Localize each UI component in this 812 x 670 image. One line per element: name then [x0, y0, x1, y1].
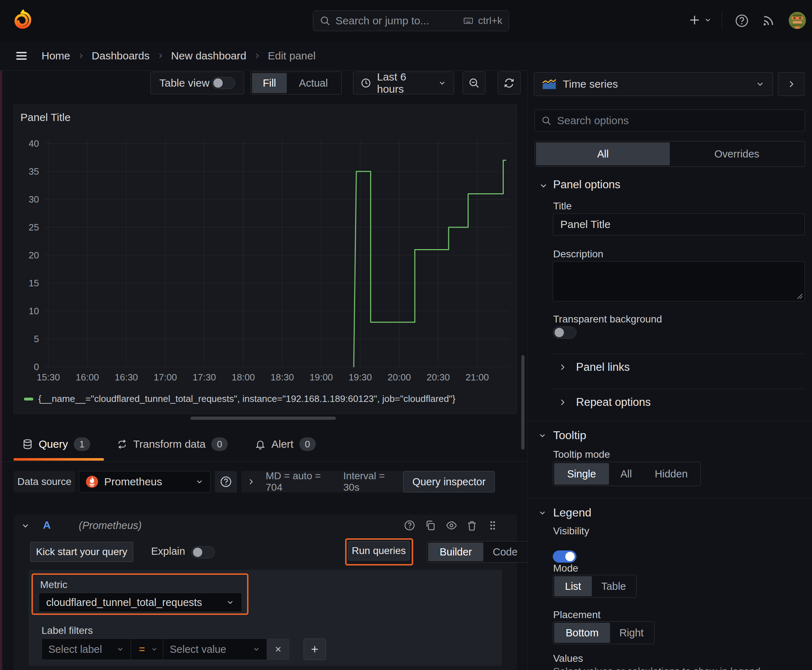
transparent-background-toggle[interactable]: [553, 327, 576, 338]
tooltip-mode-all[interactable]: All: [609, 463, 643, 485]
refresh-button[interactable]: [498, 71, 520, 95]
repeat-options-section[interactable]: Repeat options: [558, 396, 651, 409]
chevron-down-icon: [704, 16, 712, 24]
legend-visibility-toggle[interactable]: [553, 550, 576, 563]
explain-label: Explain: [151, 545, 185, 557]
breadcrumb-dashboards[interactable]: Dashboards: [92, 50, 150, 62]
tab-transform-data[interactable]: Transform data 0: [117, 437, 228, 451]
breadcrumb-new-dashboard[interactable]: New dashboard: [171, 50, 246, 62]
legend-series-swatch: [24, 398, 33, 401]
table-view-toggle[interactable]: [212, 77, 235, 89]
delete-query-trash-icon[interactable]: [466, 520, 478, 531]
remove-filter-button[interactable]: [267, 638, 289, 660]
breadcrumb-home[interactable]: Home: [42, 50, 70, 62]
drag-handle-grip-icon[interactable]: [487, 520, 498, 531]
duplicate-query-icon[interactable]: [425, 520, 436, 531]
y-tick-label: 15: [29, 278, 39, 288]
options-search-box[interactable]: Search options: [534, 110, 805, 132]
legend-mode-list[interactable]: List: [554, 576, 592, 596]
query-inspector-button[interactable]: Query inspector: [403, 471, 495, 492]
fill-option[interactable]: Fill: [252, 73, 287, 93]
visualization-label: Time series: [563, 78, 749, 90]
search-icon: [320, 15, 331, 26]
help-button[interactable]: [735, 14, 749, 28]
toggle-knob: [214, 78, 223, 88]
legend-values-hint: Select values or calculations to show in…: [553, 666, 760, 670]
chart-legend-item[interactable]: {__name__="cloudflared_tunnel_total_requ…: [24, 393, 455, 404]
query-options-bar[interactable]: MD = auto = 704 Interval = 30s: [241, 471, 403, 492]
legend-placement-bottom[interactable]: Bottom: [554, 623, 610, 643]
resize-corner-icon[interactable]: [797, 293, 803, 299]
section-divider: [528, 498, 812, 499]
actual-option[interactable]: Actual: [287, 73, 340, 93]
tab-alert-count: 0: [299, 437, 316, 451]
tooltip-mode-hidden[interactable]: Hidden: [643, 463, 699, 485]
transform-icon: [117, 439, 127, 450]
time-range-label: Last 6 hours: [377, 71, 432, 95]
zoom-out-button[interactable]: [463, 71, 485, 95]
explain-toggle[interactable]: [191, 546, 215, 558]
y-tick-label: 5: [34, 333, 39, 344]
options-sidebar: Time series Search options All Overrides…: [527, 70, 812, 670]
news-rss-button[interactable]: [761, 14, 775, 28]
chevron-right-icon: [558, 398, 567, 406]
tab-query[interactable]: Query 1: [22, 437, 90, 451]
tab-overrides[interactable]: Overrides: [670, 142, 804, 165]
breadcrumb-edit-panel: Edit panel: [268, 50, 315, 62]
panel-options-header[interactable]: Panel options: [553, 178, 620, 191]
description-textarea[interactable]: [553, 261, 805, 301]
code-option[interactable]: Code: [483, 543, 527, 561]
query-help-icon[interactable]: [404, 520, 415, 531]
x-tick-label: 20:30: [426, 372, 450, 382]
grafana-logo-icon[interactable]: [12, 9, 33, 32]
legend-section-header[interactable]: Legend: [538, 506, 592, 519]
select-label-dropdown[interactable]: Select label: [42, 638, 131, 660]
chevron-down-icon: [195, 477, 204, 486]
datasource-help-button[interactable]: [215, 471, 237, 492]
collapse-options-pane-button[interactable]: [778, 72, 805, 96]
y-tick-label: 25: [29, 222, 39, 233]
add-new-button[interactable]: [688, 14, 712, 27]
legend-placement-right[interactable]: Right: [610, 623, 653, 643]
time-range-picker[interactable]: Last 6 hours: [353, 71, 454, 95]
query-ref-id[interactable]: A: [43, 519, 51, 531]
hide-response-eye-icon[interactable]: [445, 520, 458, 531]
tooltip-mode-single[interactable]: Single: [554, 463, 609, 485]
legend-mode-table[interactable]: Table: [592, 576, 635, 596]
select-value-dropdown[interactable]: Select value: [163, 638, 267, 660]
visualization-picker[interactable]: Time series: [534, 72, 773, 96]
builder-code-switcher: Builder Code: [427, 541, 529, 563]
select-label-placeholder: Select label: [48, 643, 116, 655]
panel-links-section[interactable]: Panel links: [558, 361, 630, 374]
toggle-knob: [554, 328, 564, 337]
toggle-knob: [565, 552, 575, 561]
global-search-bar[interactable]: Search or jump to... ctrl+k: [313, 10, 509, 31]
chevron-down-icon: [253, 645, 260, 653]
panel-title-input[interactable]: [553, 213, 805, 235]
query-editor-card: A (Prometheus) Kick start your query Exp…: [14, 515, 517, 670]
add-filter-button[interactable]: [303, 638, 326, 660]
scrollbar-thumb[interactable]: [521, 355, 524, 450]
legend-mode-switcher: List Table: [553, 575, 637, 598]
avatar[interactable]: [788, 12, 806, 29]
pane-resize-handle[interactable]: [190, 416, 336, 420]
datasource-picker[interactable]: Prometheus: [79, 471, 210, 492]
plus-icon: [310, 645, 319, 654]
run-queries-button[interactable]: Run queries: [348, 541, 410, 560]
metric-select[interactable]: cloudflared_tunnel_total_requests: [39, 593, 242, 612]
kick-start-query-button[interactable]: Kick start your query: [30, 542, 133, 562]
chevron-down-icon: [538, 431, 547, 440]
chevron-down-icon[interactable]: [539, 181, 548, 190]
tab-alert[interactable]: Alert 0: [255, 437, 316, 451]
tab-all[interactable]: All: [536, 142, 670, 165]
chevron-down-icon: [755, 80, 765, 89]
panel-title[interactable]: Panel Title: [20, 111, 71, 124]
chevron-right-icon: [77, 52, 85, 59]
builder-option[interactable]: Builder: [428, 543, 483, 561]
collapse-query-chevron-icon[interactable]: [21, 521, 30, 530]
datasource-label-box: Data source: [14, 471, 75, 492]
hamburger-menu-icon[interactable]: [14, 49, 29, 62]
operator-dropdown[interactable]: =: [131, 638, 163, 660]
tooltip-section-header[interactable]: Tooltip: [538, 429, 587, 442]
tooltip-header-label: Tooltip: [553, 429, 587, 442]
